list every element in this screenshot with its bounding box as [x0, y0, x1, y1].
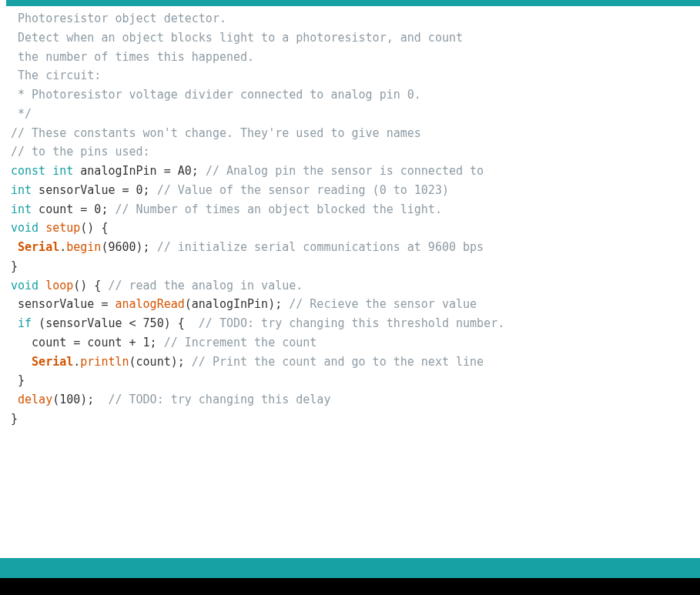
- code-text: (9600);: [101, 240, 156, 254]
- status-bar: [0, 558, 700, 578]
- code-comment: // TODO: try changing this threshold num…: [199, 316, 504, 330]
- code-text: () {: [73, 279, 108, 292]
- code-comment: */: [11, 107, 32, 121]
- code-text: .: [73, 355, 80, 369]
- code-comment: // to the pins used:: [11, 145, 150, 159]
- code-text: count = 0;: [32, 202, 115, 216]
- keyword-int: int: [52, 164, 73, 178]
- keyword-if: if: [18, 316, 32, 330]
- code-text: sensorValue =: [11, 297, 115, 311]
- keyword-int: int: [11, 183, 32, 197]
- code-comment: The circuit:: [11, 69, 101, 82]
- code-text: }: [11, 373, 25, 387]
- code-text: [11, 393, 18, 406]
- code-comment: // TODO: try changing this delay: [108, 393, 330, 406]
- code-comment: // Recieve the sensor value: [289, 297, 477, 311]
- function-analogread: analogRead: [115, 297, 184, 311]
- code-text: [11, 355, 32, 369]
- code-text: analogInPin = A0;: [73, 164, 206, 178]
- code-comment: * Photoresistor voltage divider connecte…: [11, 88, 421, 102]
- code-comment: // initialize serial communications at 9…: [157, 240, 484, 254]
- code-editor[interactable]: Photoresistor object detector. Detect wh…: [0, 6, 700, 558]
- code-text: (analogInPin);: [185, 297, 289, 311]
- code-text: count = count + 1;: [11, 336, 164, 349]
- code-text: (count);: [129, 355, 192, 369]
- code-comment: Photoresistor object detector.: [11, 12, 226, 25]
- console-panel[interactable]: [0, 578, 700, 595]
- code-text: [11, 240, 18, 254]
- method-begin: begin: [66, 240, 101, 254]
- code-comment: // These constants won't change. They're…: [11, 126, 421, 140]
- code-comment: // Value of the sensor reading (0 to 102…: [157, 183, 449, 197]
- ide-window: Photoresistor object detector. Detect wh…: [0, 0, 700, 595]
- code-text: (100);: [52, 393, 108, 406]
- code-text: }: [11, 412, 18, 426]
- code-comment: the number of times this happened.: [11, 50, 254, 64]
- code-text: [11, 316, 18, 330]
- code-comment: // Number of times an object blocked the…: [115, 202, 441, 216]
- class-serial: Serial: [32, 355, 73, 369]
- code-text: }: [11, 259, 18, 273]
- code-comment: // Print the count and go to the next li…: [192, 355, 484, 369]
- code-text: .: [59, 240, 66, 254]
- method-println: println: [80, 355, 129, 369]
- code-text: () {: [80, 221, 108, 235]
- keyword-int: int: [11, 202, 32, 216]
- keyword-const: const: [11, 164, 45, 178]
- code-comment: // read the analog in value.: [108, 279, 303, 292]
- code-comment: // Analog pin the sensor is connected to: [206, 164, 484, 178]
- active-tab-marker[interactable]: [0, 0, 6, 6]
- code-text: (sensorValue < 750) {: [32, 316, 199, 330]
- function-setup: setup: [45, 221, 80, 235]
- function-loop: loop: [45, 279, 73, 292]
- tab-strip: [0, 0, 700, 6]
- class-serial: Serial: [18, 240, 59, 254]
- keyword-void: void: [11, 279, 39, 292]
- keyword-void: void: [11, 221, 39, 235]
- function-delay: delay: [18, 393, 52, 406]
- code-text: sensorValue = 0;: [32, 183, 157, 197]
- code-comment: // Increment the count: [164, 336, 317, 349]
- code-comment: Detect when an object blocks light to a …: [11, 31, 463, 45]
